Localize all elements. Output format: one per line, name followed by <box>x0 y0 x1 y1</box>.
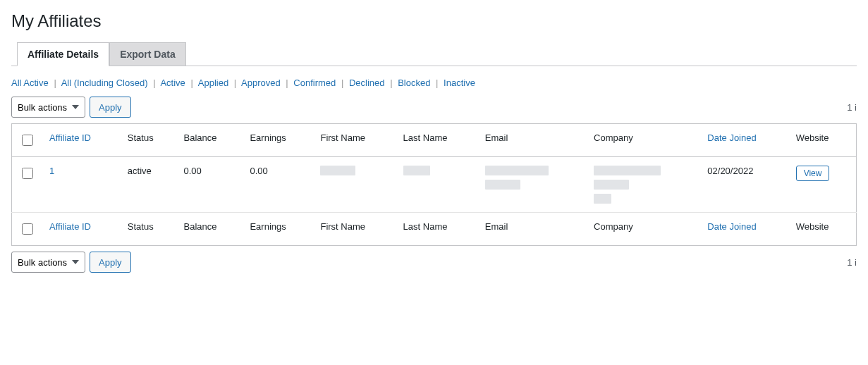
col-email: Email <box>478 124 587 157</box>
filter-applied[interactable]: Applied <box>198 78 228 88</box>
select-all-checkbox-top[interactable] <box>22 135 33 146</box>
col-last-name: Last Name <box>396 124 478 157</box>
col-email-foot: Email <box>478 213 587 246</box>
col-company: Company <box>587 124 700 157</box>
bulk-actions-select-top[interactable]: Bulk actions <box>11 97 85 118</box>
cell-balance: 0.00 <box>177 157 243 213</box>
row-checkbox[interactable] <box>22 168 33 179</box>
col-website-foot: Website <box>789 213 857 246</box>
filter-active[interactable]: Active <box>160 78 185 88</box>
col-status: Status <box>121 124 177 157</box>
toolbar-bottom: Bulk actions Apply 1 i <box>11 252 857 273</box>
item-count-top: 1 i <box>847 102 857 113</box>
filter-approved[interactable]: Approved <box>241 78 281 88</box>
apply-button-top[interactable]: Apply <box>90 97 131 118</box>
filter-blocked[interactable]: Blocked <box>398 78 430 88</box>
separator: | <box>436 78 438 88</box>
status-filters: All Active | All (Including Closed) | Ac… <box>11 78 857 88</box>
separator: | <box>54 78 56 88</box>
col-status-foot: Status <box>121 213 177 246</box>
col-first-name-foot: First Name <box>313 213 396 246</box>
col-affiliate-id[interactable]: Affiliate ID <box>49 132 91 143</box>
separator: | <box>286 78 288 88</box>
affiliate-id-link[interactable]: 1 <box>49 166 54 176</box>
tab-export-data[interactable]: Export Data <box>109 42 186 66</box>
col-date-joined-foot[interactable]: Date Joined <box>707 221 756 232</box>
view-button[interactable]: View <box>796 166 830 181</box>
apply-button-bottom[interactable]: Apply <box>90 252 131 273</box>
col-first-name: First Name <box>313 124 396 157</box>
col-last-name-foot: Last Name <box>396 213 478 246</box>
affiliates-table: Affiliate ID Status Balance Earnings Fir… <box>11 123 857 246</box>
separator: | <box>390 78 392 88</box>
filter-all-active[interactable]: All Active <box>11 78 49 88</box>
table-row: 1 active 0.00 0.00 02/20/2022 <box>12 157 857 213</box>
item-count-bottom: 1 i <box>847 257 857 268</box>
toolbar-top: Bulk actions Apply 1 i <box>11 97 857 118</box>
separator: | <box>234 78 236 88</box>
cell-company <box>587 157 700 213</box>
col-company-foot: Company <box>587 213 700 246</box>
separator: | <box>190 78 192 88</box>
filter-declined[interactable]: Declined <box>349 78 385 88</box>
col-earnings-foot: Earnings <box>243 213 313 246</box>
col-affiliate-id-foot[interactable]: Affiliate ID <box>49 221 91 232</box>
col-website: Website <box>789 124 857 157</box>
cell-email <box>478 157 587 213</box>
cell-status: active <box>121 157 177 213</box>
separator: | <box>153 78 155 88</box>
cell-website: View <box>789 157 857 213</box>
select-all-checkbox-bottom[interactable] <box>22 223 33 235</box>
col-earnings: Earnings <box>243 124 313 157</box>
col-balance: Balance <box>177 124 243 157</box>
bulk-actions-select-bottom[interactable]: Bulk actions <box>11 252 85 273</box>
cell-earnings: 0.00 <box>243 157 313 213</box>
cell-date-joined: 02/20/2022 <box>700 157 788 213</box>
tab-affiliate-details[interactable]: Affiliate Details <box>17 42 109 66</box>
cell-first-name <box>313 157 396 213</box>
filter-all-including-closed[interactable]: All (Including Closed) <box>61 78 148 88</box>
filter-confirmed[interactable]: Confirmed <box>293 78 336 88</box>
page-title: My Affiliates <box>11 11 857 31</box>
separator: | <box>341 78 343 88</box>
tabs: Affiliate Details Export Data <box>11 42 857 66</box>
cell-last-name <box>396 157 478 213</box>
col-balance-foot: Balance <box>177 213 243 246</box>
filter-inactive[interactable]: Inactive <box>444 78 475 88</box>
col-date-joined[interactable]: Date Joined <box>707 132 756 143</box>
